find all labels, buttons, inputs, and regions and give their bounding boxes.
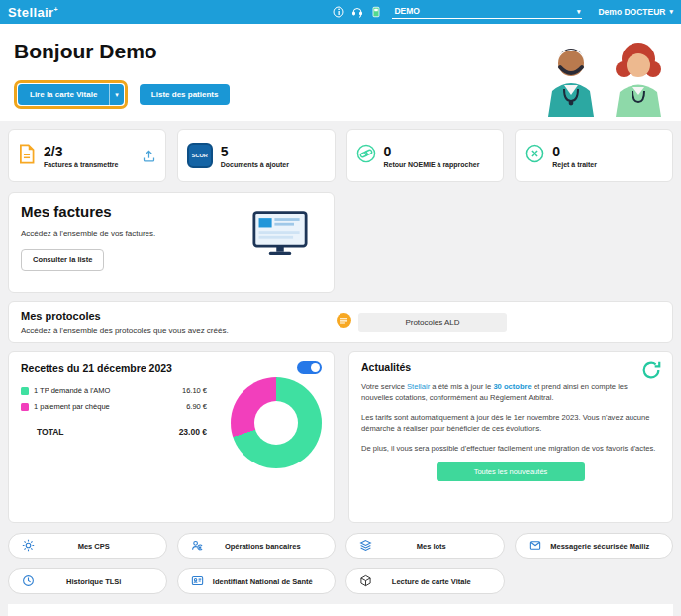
environment-value: DEMO (394, 6, 420, 16)
stat-card-invoices[interactable]: 2/3 Factures à transmettre (8, 129, 166, 182)
chevron-down-icon: ▾ (115, 91, 119, 98)
user-menu[interactable]: Demo DOCTEUR ▾ (598, 7, 673, 17)
stat-text: 0 Rejet à traiter (552, 144, 597, 168)
chevron-down-icon: ▾ (669, 8, 673, 16)
read-vitale-dropdown-button[interactable]: ▾ (109, 84, 124, 105)
footer-strip (8, 604, 673, 616)
protocols-text: Mes protocoles Accédez à l'ensemble des … (21, 310, 336, 335)
stat-label: Retour NOEMIE à rapprocher (384, 161, 480, 168)
protocols-action: Protocoles ALD (336, 312, 507, 333)
legend-value: 6.90 € (186, 402, 207, 411)
view-invoices-button[interactable]: Consulter la liste (21, 249, 104, 271)
support-headset-icon[interactable] (351, 6, 363, 18)
invoice-document-icon (18, 144, 36, 168)
protocols-description: Accédez à l'ensemble des protocoles que … (21, 326, 336, 335)
shortcut-messagerie-mailiz[interactable]: Messagerie sécurisée Mailiz (515, 533, 674, 559)
ald-coin-icon (336, 312, 352, 333)
shortcut-identifiant-national-sante[interactable]: Identifiant National de Santé (177, 568, 337, 594)
read-vitale-split-button: Lire la carte Vitale ▾ (18, 84, 124, 105)
bottom-row: Recettes du 21 décembre 2023 1 TP demand… (8, 351, 673, 523)
legend-label: 1 paiement par chèque (34, 402, 110, 411)
cube-icon (359, 574, 372, 589)
shortcuts-grid: Mes CPS Opérations bancaires Mes lots Me… (8, 533, 673, 594)
stat-text: 0 Retour NOEMIE à rapprocher (384, 144, 480, 168)
environment-select[interactable]: DEMO ▾ (392, 6, 582, 19)
news-paragraph-2: Les tarifs sont automatiquement à jour d… (361, 412, 656, 435)
ins-card-icon (191, 574, 204, 589)
news-paragraph-1: Votre service Stellair a été mis à jour … (361, 381, 656, 404)
legend-label: 1 TP demandé à l'AMO (34, 386, 110, 395)
shortcut-mes-lots[interactable]: Mes lots (345, 533, 505, 559)
stat-label: Documents à ajouter (221, 161, 289, 168)
stat-value: 0 (552, 144, 597, 159)
shortcut-mes-cps[interactable]: Mes CPS (8, 533, 167, 559)
all-news-button[interactable]: Toutes les nouveautés (437, 462, 585, 481)
shortcut-lecture-carte-vitale[interactable]: Lecture de carte Vitale (345, 568, 505, 594)
shortcut-label: Opérations bancaires (212, 542, 323, 551)
stat-text: 2/3 Factures à transmettre (44, 144, 118, 168)
gear-icon (22, 539, 35, 554)
protocols-title: Mes protocoles (21, 310, 336, 322)
revenue-toggle[interactable] (297, 361, 322, 374)
bank-operations-icon (191, 539, 204, 554)
chevron-down-icon: ▾ (577, 8, 581, 16)
stats-row: 2/3 Factures à transmettre SCOR 5 Docume… (8, 129, 673, 182)
main-content: 2/3 Factures à transmettre SCOR 5 Docume… (0, 129, 681, 616)
clock-icon (22, 574, 35, 589)
revenue-header: Recettes du 21 décembre 2023 (21, 361, 322, 374)
stat-card-noemie[interactable]: 0 Retour NOEMIE à rapprocher (346, 129, 505, 182)
news-text: a été mis à jour le (430, 382, 493, 391)
toggle-knob (311, 363, 320, 372)
refresh-icon[interactable] (640, 359, 662, 385)
transmit-upload-icon[interactable] (142, 149, 156, 163)
shortcut-label: Mes lots (380, 542, 491, 551)
read-vitale-highlight: Lire la carte Vitale ▾ (14, 80, 128, 109)
shortcut-label: Messagerie sécurisée Mailiz (549, 542, 660, 551)
app-logo: Stellair+ (8, 5, 58, 20)
revenue-total-row: TOTAL 23.00 € (21, 427, 207, 437)
stat-card-documents[interactable]: SCOR 5 Documents à ajouter (177, 129, 336, 182)
mail-icon (529, 539, 541, 554)
news-text: Votre service (361, 382, 407, 391)
layers-icon (359, 539, 372, 554)
recettes-donut (231, 377, 322, 468)
user-name: Demo DOCTEUR (598, 7, 665, 17)
link-icon (356, 144, 376, 167)
revenue-title: Recettes du 21 décembre 2023 (21, 362, 172, 374)
topbar: Stellair+ DEMO ▾ Demo DOCTEUR ▾ (0, 0, 681, 24)
scor-badge-icon: SCOR (187, 143, 213, 168)
doctors-illustration (538, 25, 675, 121)
stat-value: 2/3 (44, 144, 118, 159)
legend-value: 16.10 € (182, 386, 207, 395)
legend-swatch (21, 403, 29, 411)
stat-value: 5 (221, 144, 289, 159)
total-value: 23.00 € (179, 427, 207, 437)
hero-section: Bonjour Demo Lire la carte Vitale ▾ List… (0, 24, 681, 121)
info-icon[interactable] (333, 6, 344, 18)
protocols-card: Mes protocoles Accédez à l'ensemble des … (8, 301, 673, 343)
total-label: TOTAL (37, 427, 64, 437)
legend-swatch (21, 387, 29, 395)
invoices-card: Mes factures Accédez à l'ensemble de vos… (8, 192, 335, 293)
shortcut-label: Mes CPS (43, 542, 153, 551)
protocols-ald-button[interactable]: Protocoles ALD (358, 313, 507, 332)
stat-card-rejects[interactable]: 0 Rejet à traiter (515, 129, 673, 182)
topbar-icons (333, 6, 382, 18)
revenue-legend: 1 TP demandé à l'AMO 16.10 € 1 paiement … (21, 386, 207, 411)
shortcut-label: Identifiant National de Santé (212, 577, 323, 586)
stat-label: Rejet à traiter (552, 161, 597, 168)
stat-label: Factures à transmettre (44, 161, 118, 168)
reject-cross-icon (525, 144, 544, 167)
card-reader-icon[interactable] (370, 6, 382, 18)
shortcut-operations-bancaires[interactable]: Opérations bancaires (177, 533, 337, 559)
shortcut-label: Historique TLSi (43, 577, 153, 586)
read-vitale-button[interactable]: Lire la carte Vitale (18, 84, 109, 105)
shortcut-historique-tlsi[interactable]: Historique TLSi (8, 568, 167, 594)
legend-item: 1 paiement par chèque 6.90 € (21, 402, 207, 411)
news-brand-link: Stellair (407, 382, 430, 391)
news-paragraph-3: De plus, il vous sera possible d'effectu… (361, 443, 656, 454)
stat-value: 0 (384, 144, 480, 159)
revenue-card: Recettes du 21 décembre 2023 1 TP demand… (8, 351, 335, 523)
news-date: 30 octobre (493, 382, 531, 391)
patients-list-button[interactable]: Liste des patients (140, 84, 231, 105)
